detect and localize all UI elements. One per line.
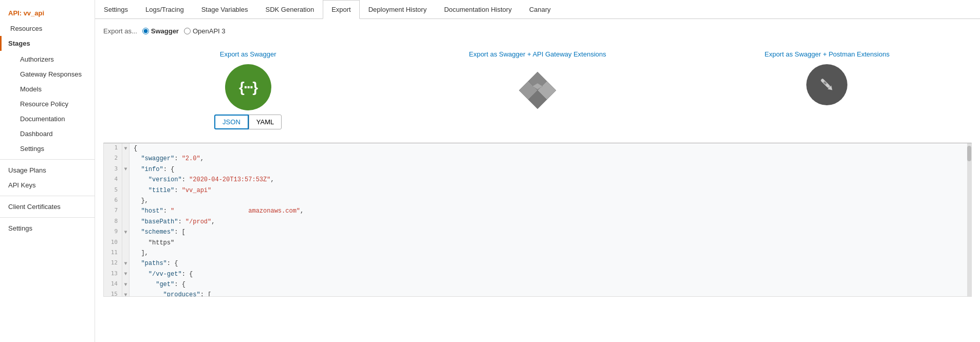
sidebar-divider-2 — [0, 196, 95, 196]
api-prefix: API: — [8, 9, 22, 17]
postman-inner-icon — [814, 72, 840, 98]
line-content: "/vv-get": { — [130, 269, 197, 279]
swagger-icon: {···} — [225, 64, 271, 110]
code-line: 1▼{ — [104, 143, 971, 154]
line-content: { — [130, 143, 141, 154]
code-line: 4 "version": "2020-04-20T13:57:53Z", — [104, 175, 971, 185]
line-number: 14 — [104, 279, 122, 290]
line-content: "host": " amazonaws.com", — [130, 206, 308, 216]
line-number: 13 — [104, 269, 122, 279]
code-line: 7 "host": " amazonaws.com", — [104, 206, 971, 216]
collapse-arrow[interactable]: ▼ — [122, 227, 130, 237]
export-content: Export as... Swagger OpenAPI 3 Export as… — [95, 19, 980, 342]
export-apigw-link[interactable]: Export as Swagger + API Gateway Extensio… — [469, 50, 606, 58]
sidebar-item-resources[interactable]: Resources — [0, 21, 95, 36]
export-swagger-link[interactable]: Export as Swagger — [220, 50, 276, 58]
collapse-arrow[interactable] — [122, 185, 130, 196]
sidebar-item-stages[interactable]: Stages — [0, 36, 95, 51]
line-number: 8 — [104, 217, 122, 227]
sidebar-item-gateway-responses[interactable]: Gateway Responses — [6, 67, 95, 82]
tab-logs-tracing[interactable]: Logs/Tracing — [137, 0, 193, 18]
sidebar-item-dashboard[interactable]: Dashboard — [6, 126, 95, 141]
line-content: "basePath": "/prod", — [130, 217, 219, 227]
line-number: 12 — [104, 258, 122, 269]
collapse-arrow[interactable]: ▼ — [122, 164, 130, 175]
code-line: 12▼ "paths": { — [104, 258, 971, 269]
collapse-arrow[interactable]: ▼ — [122, 279, 130, 290]
json-format-button[interactable]: JSON — [214, 115, 249, 129]
code-line: 8 "basePath": "/prod", — [104, 217, 971, 227]
apigw-icon — [514, 64, 561, 110]
line-number: 11 — [104, 248, 122, 258]
sidebar-item-resource-policy[interactable]: Resource Policy — [6, 97, 95, 111]
sidebar-divider — [0, 159, 95, 160]
code-line: 3▼ "info": { — [104, 164, 971, 175]
export-columns: Export as Swagger {···} JSON YAML Export… — [103, 45, 972, 135]
line-content: "paths": { — [130, 258, 182, 269]
yaml-format-button[interactable]: YAML — [249, 115, 282, 129]
line-number: 10 — [104, 238, 122, 248]
api-name[interactable]: vv_api — [24, 9, 44, 17]
tab-bar: Settings Logs/Tracing Stage Variables SD… — [95, 0, 980, 19]
line-number: 1 — [104, 143, 122, 154]
code-line: 9▼ "schemes": [ — [104, 227, 971, 237]
apigw-icon-container — [514, 64, 561, 112]
collapse-arrow[interactable] — [122, 206, 130, 216]
collapse-arrow[interactable] — [122, 196, 130, 206]
scrollbar-thumb[interactable] — [967, 146, 971, 161]
export-postman-link[interactable]: Export as Swagger + Postman Extensions — [765, 50, 890, 58]
export-postman-link-container: Export as Swagger + Postman Extensions — [765, 50, 890, 58]
tab-export[interactable]: Export — [323, 0, 360, 19]
tab-sdk-generation[interactable]: SDK Generation — [256, 0, 323, 18]
collapse-arrow[interactable]: ▼ — [122, 269, 130, 279]
sidebar-item-authorizers[interactable]: Authorizers — [6, 52, 95, 67]
tab-settings[interactable]: Settings — [95, 0, 137, 18]
tab-canary[interactable]: Canary — [521, 0, 560, 18]
postman-icon — [806, 64, 847, 105]
api-label: API: vv_api — [0, 5, 95, 21]
line-content: "get": { — [130, 279, 190, 290]
line-number: 4 — [104, 175, 122, 185]
line-content: "version": "2020-04-20T13:57:53Z", — [130, 175, 279, 185]
code-line: 11 ], — [104, 248, 971, 258]
sidebar-item-api-keys[interactable]: API Keys — [0, 178, 95, 193]
radio-openapi3[interactable]: OpenAPI 3 — [184, 27, 226, 35]
tab-deployment-history[interactable]: Deployment History — [360, 0, 435, 18]
collapse-arrow[interactable]: ▼ — [122, 258, 130, 269]
format-button-group: JSON YAML — [214, 115, 282, 129]
line-content: "info": { — [130, 164, 178, 175]
tab-stage-variables[interactable]: Stage Variables — [193, 0, 257, 18]
code-line: 15▼ "produces": [ — [104, 290, 971, 297]
sidebar: API: vv_api Resources Stages Authorizers… — [0, 0, 95, 342]
sidebar-item-settings-main[interactable]: Settings — [0, 221, 95, 236]
sidebar-item-documentation[interactable]: Documentation — [6, 111, 95, 126]
collapse-arrow[interactable] — [122, 154, 130, 164]
line-content: ], — [130, 248, 153, 258]
swagger-braces-icon: {···} — [239, 79, 257, 96]
line-content: "title": "vv_api" — [130, 185, 215, 196]
code-line: 2 "swagger": "2.0", — [104, 154, 971, 164]
line-content: "swagger": "2.0", — [130, 154, 208, 164]
line-content: }, — [130, 196, 153, 206]
code-line: 14▼ "get": { — [104, 279, 971, 290]
collapse-arrow[interactable]: ▼ — [122, 143, 130, 154]
export-col-swagger: Export as Swagger {···} JSON YAML — [103, 45, 393, 135]
code-lines: 1▼{2 "swagger": "2.0",3▼ "info": {4 "ver… — [104, 143, 971, 297]
tab-documentation-history[interactable]: Documentation History — [435, 0, 521, 18]
sidebar-item-client-certificates[interactable]: Client Certificates — [0, 199, 95, 214]
collapse-arrow[interactable] — [122, 238, 130, 248]
export-apigw-link-container: Export as Swagger + API Gateway Extensio… — [469, 50, 606, 58]
export-as-label: Export as... — [103, 27, 137, 35]
main-content: Settings Logs/Tracing Stage Variables SD… — [95, 0, 980, 342]
collapse-arrow[interactable]: ▼ — [122, 290, 130, 297]
collapse-arrow[interactable] — [122, 217, 130, 227]
sidebar-item-settings[interactable]: Settings — [6, 141, 95, 156]
sidebar-item-models[interactable]: Models — [6, 82, 95, 97]
code-area[interactable]: 1▼{2 "swagger": "2.0",3▼ "info": {4 "ver… — [103, 143, 972, 297]
scrollbar-track[interactable] — [967, 143, 971, 296]
code-line: 6 }, — [104, 196, 971, 206]
collapse-arrow[interactable] — [122, 248, 130, 258]
collapse-arrow[interactable] — [122, 175, 130, 185]
radio-swagger[interactable]: Swagger — [142, 27, 179, 35]
sidebar-item-usage-plans[interactable]: Usage Plans — [0, 163, 95, 178]
